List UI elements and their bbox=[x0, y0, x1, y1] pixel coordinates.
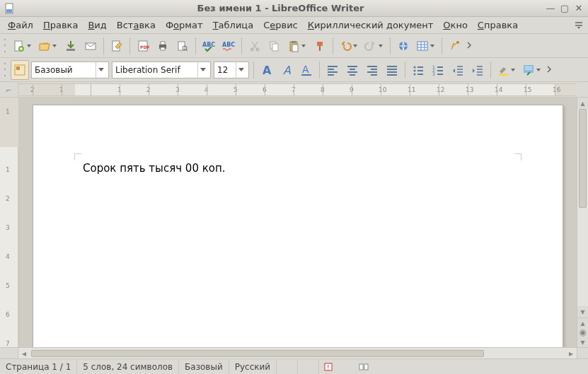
status-word-count[interactable]: 5 слов, 24 символов bbox=[77, 359, 179, 375]
scroll-thumb[interactable] bbox=[579, 109, 587, 208]
nav-target-icon[interactable]: ◉ bbox=[577, 327, 588, 337]
highlight-color-button[interactable] bbox=[495, 60, 519, 80]
document-text[interactable]: Сорок пять тысяч 00 коп. bbox=[83, 162, 513, 175]
new-document-button[interactable] bbox=[11, 36, 35, 56]
number-list-button[interactable]: 123 bbox=[429, 60, 447, 80]
paragraph-bg-button[interactable] bbox=[520, 60, 544, 80]
bold-button[interactable]: A bbox=[258, 60, 276, 80]
toolbar-handle[interactable] bbox=[3, 61, 7, 79]
separator bbox=[490, 62, 491, 78]
document-page[interactable]: Сорок пять тысяч 00 коп. bbox=[33, 105, 563, 347]
separator bbox=[333, 37, 333, 54]
book-view-icon[interactable] bbox=[357, 361, 370, 373]
insert-table-button[interactable] bbox=[414, 36, 438, 56]
scroll-up-icon[interactable]: ▴ bbox=[577, 98, 588, 109]
scroll-left-icon[interactable]: ◂ bbox=[18, 348, 30, 359]
autospellcheck-button[interactable]: ABC bbox=[219, 36, 238, 56]
menu-bar: Файл Правка Вид Вставка Формат Таблица С… bbox=[0, 17, 588, 34]
separator bbox=[405, 62, 405, 78]
align-center-button[interactable] bbox=[343, 60, 362, 80]
spellcheck-button[interactable]: ABC bbox=[200, 36, 218, 56]
scroll-down-icon[interactable]: ▾ bbox=[577, 306, 588, 317]
svg-text:ABC: ABC bbox=[222, 42, 235, 48]
menu-table[interactable]: Таблица bbox=[208, 18, 259, 33]
menu-edit[interactable]: Правка bbox=[38, 18, 83, 33]
undo-button[interactable] bbox=[337, 36, 361, 56]
draw-functions-button[interactable] bbox=[446, 36, 464, 56]
svg-rect-40 bbox=[499, 74, 507, 76]
maximize-button[interactable]: ▢ bbox=[560, 4, 570, 13]
status-insert-mode[interactable] bbox=[277, 359, 298, 375]
bullet-list-button[interactable] bbox=[409, 60, 427, 80]
font-size-combo[interactable]: 12 bbox=[214, 62, 249, 78]
horizontal-scrollbar[interactable]: ◂ ▸ bbox=[18, 348, 577, 358]
copy-button[interactable] bbox=[265, 36, 284, 56]
status-bar: Страница 1 / 1 5 слов, 24 символов Базов… bbox=[0, 358, 588, 374]
email-button[interactable] bbox=[81, 36, 100, 56]
separator bbox=[319, 62, 320, 78]
scroll-track[interactable] bbox=[577, 109, 588, 306]
export-pdf-button[interactable]: PDF bbox=[134, 36, 152, 56]
open-button[interactable] bbox=[36, 36, 60, 56]
underline-button[interactable]: A bbox=[297, 60, 316, 80]
svg-point-35 bbox=[414, 69, 416, 71]
paste-button[interactable] bbox=[285, 36, 309, 56]
status-page-style[interactable]: Базовый bbox=[179, 359, 229, 375]
status-page[interactable]: Страница 1 / 1 bbox=[0, 359, 77, 375]
align-justify-button[interactable] bbox=[383, 60, 401, 80]
menu-file[interactable]: Файл bbox=[3, 18, 38, 33]
minimize-button[interactable]: — bbox=[546, 4, 555, 13]
vertical-scrollbar[interactable]: ▴ ▾ ▴ ◉ ▾ bbox=[577, 98, 588, 347]
save-button[interactable] bbox=[62, 36, 80, 56]
vertical-ruler[interactable]: 11234567 bbox=[0, 98, 18, 347]
menu-tools[interactable]: Сервис bbox=[258, 18, 303, 33]
svg-text:3: 3 bbox=[432, 71, 435, 76]
nav-prev-icon[interactable]: ▴ bbox=[577, 317, 588, 327]
modified-icon[interactable]: ! bbox=[322, 361, 335, 373]
status-selection-mode[interactable] bbox=[298, 359, 319, 375]
edit-mode-button[interactable] bbox=[108, 36, 126, 56]
decrease-indent-button[interactable] bbox=[449, 60, 467, 80]
increase-indent-button[interactable] bbox=[468, 60, 487, 80]
toolbar-chevrons-icon[interactable] bbox=[572, 19, 585, 32]
align-right-button[interactable] bbox=[363, 60, 381, 80]
menu-help[interactable]: Справка bbox=[473, 18, 523, 33]
clone-format-button[interactable] bbox=[311, 36, 329, 56]
redo-button[interactable] bbox=[362, 36, 386, 56]
styles-button[interactable] bbox=[11, 60, 29, 80]
close-button[interactable]: ✕ bbox=[574, 4, 584, 13]
svg-text:A: A bbox=[263, 64, 272, 77]
font-name-combo[interactable]: Liberation Serif bbox=[112, 62, 211, 78]
italic-button[interactable]: A bbox=[277, 60, 296, 80]
standard-toolbar: PDF ABC ABC bbox=[0, 34, 588, 58]
cut-button[interactable] bbox=[246, 36, 264, 56]
toolbar-more-icon[interactable] bbox=[466, 36, 474, 56]
status-language[interactable]: Русский bbox=[229, 359, 277, 375]
chevron-down-icon[interactable] bbox=[236, 62, 246, 78]
svg-point-36 bbox=[414, 73, 416, 75]
hyperlink-button[interactable] bbox=[394, 36, 413, 56]
scroll-thumb[interactable] bbox=[31, 350, 484, 357]
chevron-down-icon[interactable] bbox=[197, 62, 207, 78]
paragraph-style-combo[interactable]: Базовый bbox=[31, 62, 109, 78]
status-signature[interactable] bbox=[338, 359, 354, 375]
menu-window[interactable]: Окно bbox=[438, 18, 473, 33]
scroll-right-icon[interactable]: ▸ bbox=[565, 348, 577, 359]
document-scroll-view[interactable]: Сорок пять тысяч 00 коп. bbox=[18, 98, 577, 347]
menu-cyrillic-doc[interactable]: Кириллический документ bbox=[303, 18, 439, 33]
print-preview-button[interactable] bbox=[173, 36, 192, 56]
menu-view[interactable]: Вид bbox=[83, 18, 111, 33]
svg-rect-21 bbox=[292, 41, 296, 43]
horizontal-ruler[interactable]: 21123456789101112131415161718 bbox=[18, 83, 577, 96]
align-left-button[interactable] bbox=[323, 60, 342, 80]
print-button[interactable] bbox=[154, 36, 172, 56]
menu-insert[interactable]: Вставка bbox=[112, 18, 161, 33]
nav-next-icon[interactable]: ▾ bbox=[577, 337, 588, 347]
svg-text:A: A bbox=[302, 64, 309, 75]
toolbar-more-icon[interactable] bbox=[546, 60, 554, 80]
svg-rect-44 bbox=[359, 364, 363, 370]
toolbar-handle[interactable] bbox=[3, 37, 7, 55]
svg-point-34 bbox=[414, 66, 416, 68]
chevron-down-icon[interactable] bbox=[96, 62, 105, 78]
menu-format[interactable]: Формат bbox=[161, 18, 208, 33]
